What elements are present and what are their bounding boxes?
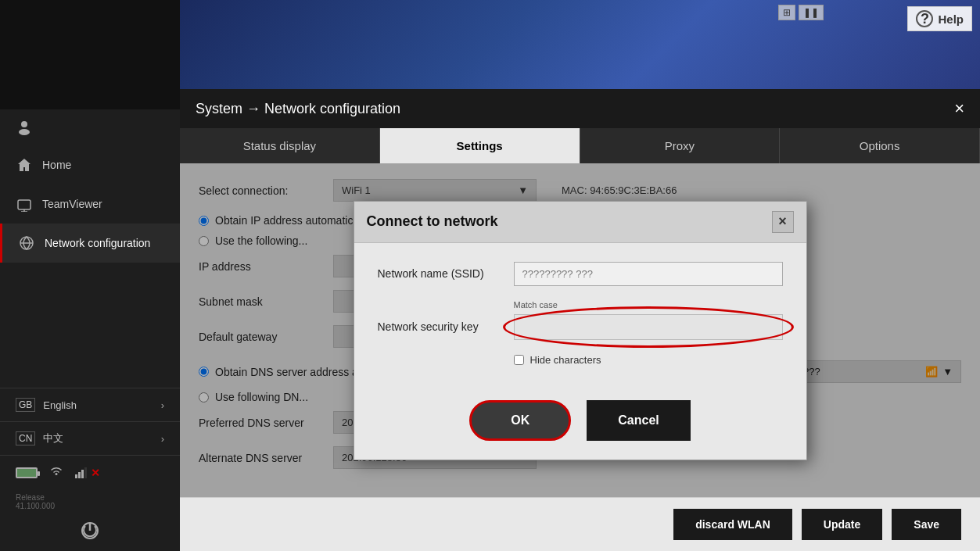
home-icon bbox=[16, 156, 33, 174]
tab-settings[interactable]: Settings bbox=[380, 128, 580, 163]
svg-rect-9 bbox=[81, 470, 84, 478]
modal-buttons: OK Cancel bbox=[354, 385, 806, 460]
svg-rect-10 bbox=[84, 467, 87, 478]
power-button[interactable] bbox=[79, 520, 101, 545]
sidebar-item-home[interactable]: Home bbox=[0, 145, 180, 184]
svg-point-0 bbox=[21, 121, 27, 127]
security-key-input[interactable] bbox=[514, 314, 783, 340]
help-icon: ? bbox=[916, 10, 933, 27]
lang-chinese-label: 中文 bbox=[43, 431, 63, 445]
pause-icon: ❚❚ bbox=[799, 5, 824, 20]
modal-title: Connect to network bbox=[367, 213, 498, 230]
sidebar-lang-english[interactable]: GB English › bbox=[0, 388, 180, 421]
svg-rect-2 bbox=[18, 200, 31, 209]
hide-chars-checkbox[interactable] bbox=[514, 355, 524, 365]
security-key-label: Network security key bbox=[378, 320, 503, 333]
sidebar-bottom-icons: ✕ bbox=[0, 455, 180, 490]
network-name-label: Network name (SSID) bbox=[378, 267, 503, 280]
tab-options[interactable]: Options bbox=[780, 128, 980, 163]
lang-english-label: English bbox=[43, 399, 77, 411]
flag-cn: CN bbox=[16, 431, 35, 445]
signal-x-icon: ✕ bbox=[75, 467, 100, 479]
sidebar-teamviewer-label: TeamViewer bbox=[42, 198, 102, 210]
security-key-field: Network security key bbox=[378, 314, 783, 340]
connect-to-network-modal: Connect to network × Network name (SSID)… bbox=[354, 201, 807, 460]
svg-rect-7 bbox=[75, 474, 77, 478]
discard-wlan-button[interactable]: discard WLAN bbox=[673, 509, 792, 540]
network-name-input[interactable] bbox=[514, 262, 783, 286]
sidebar-bottom: GB English › CN 中文 › bbox=[0, 388, 180, 551]
hide-characters-row: Hide characters bbox=[514, 354, 783, 366]
modal-close-button[interactable]: × bbox=[772, 211, 794, 233]
help-button[interactable]: ? Help bbox=[907, 6, 972, 31]
battery-icon bbox=[16, 467, 38, 478]
sidebar-top-image bbox=[0, 0, 180, 109]
ok-button[interactable]: OK bbox=[469, 400, 571, 441]
sidebar-lang-chinese[interactable]: CN 中文 › bbox=[0, 421, 180, 455]
teamviewer-icon bbox=[16, 195, 33, 213]
top-right-icons: ⊞ ❚❚ bbox=[778, 5, 824, 20]
system-content: Select connection: WiFi 1 ▼ MAC: 94:65:9… bbox=[180, 163, 980, 497]
chevron-right-icon-2: › bbox=[161, 433, 164, 445]
close-button[interactable]: × bbox=[954, 98, 964, 119]
wifi-icon bbox=[48, 465, 64, 481]
modal-body: Network name (SSID) Match case Network s… bbox=[354, 243, 806, 385]
save-button[interactable]: Save bbox=[892, 509, 961, 540]
sidebar: Home TeamViewer Network configuration GB bbox=[0, 0, 180, 551]
network-name-field: Network name (SSID) bbox=[378, 262, 783, 286]
sidebar-network-label: Network configuration bbox=[45, 237, 150, 249]
sidebar-home-label: Home bbox=[42, 159, 71, 171]
system-window: System → Network configuration × Status … bbox=[180, 89, 980, 551]
power-button-row bbox=[0, 512, 180, 551]
main-area: ⊞ ❚❚ ? Help System → Network configurati… bbox=[180, 0, 980, 551]
bottom-actions: discard WLAN Update Save bbox=[180, 497, 980, 551]
hide-chars-label: Hide characters bbox=[530, 354, 601, 366]
release-info: Release 41.100.000 bbox=[0, 490, 180, 512]
system-titlebar: System → Network configuration × bbox=[180, 89, 980, 128]
cancel-button[interactable]: Cancel bbox=[587, 400, 690, 441]
sidebar-item-teamviewer[interactable]: TeamViewer bbox=[0, 184, 180, 224]
update-button[interactable]: Update bbox=[802, 509, 882, 540]
match-case-label: Match case bbox=[514, 300, 783, 309]
system-tabs: Status display Settings Proxy Options bbox=[180, 128, 980, 163]
person-icon bbox=[16, 119, 33, 136]
modal-overlay: Connect to network × Network name (SSID)… bbox=[180, 163, 980, 497]
network-icon bbox=[18, 234, 35, 252]
chevron-right-icon: › bbox=[161, 399, 164, 411]
sidebar-item-network-config[interactable]: Network configuration bbox=[0, 224, 180, 263]
svg-rect-8 bbox=[78, 472, 81, 478]
tab-proxy[interactable]: Proxy bbox=[580, 128, 781, 163]
svg-point-1 bbox=[19, 129, 30, 135]
security-key-wrapper bbox=[514, 314, 783, 340]
modal-titlebar: Connect to network × bbox=[354, 202, 806, 243]
system-title: System → Network configuration bbox=[196, 101, 400, 117]
help-label: Help bbox=[938, 13, 964, 26]
sidebar-user[interactable] bbox=[0, 109, 180, 145]
top-banner: ⊞ ❚❚ ? Help bbox=[180, 0, 980, 89]
tab-status[interactable]: Status display bbox=[180, 128, 380, 163]
grid-icon: ⊞ bbox=[778, 5, 795, 20]
flag-gb: GB bbox=[16, 398, 35, 412]
